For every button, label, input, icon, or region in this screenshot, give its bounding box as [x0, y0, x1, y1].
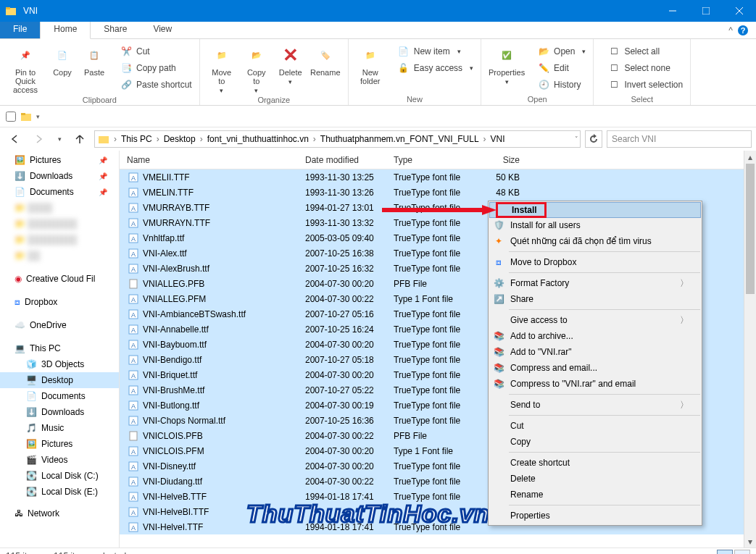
- select-none-button[interactable]: ☐Select none: [601, 60, 683, 75]
- view-large-button[interactable]: [734, 550, 750, 554]
- column-headers[interactable]: Name Date modified Type Size: [120, 151, 756, 169]
- file-date: 2004-07-30 00:19: [305, 400, 394, 411]
- ctx-properties[interactable]: Properties: [489, 508, 702, 524]
- col-date[interactable]: Date modified: [305, 155, 394, 165]
- font-file-icon: A: [127, 369, 140, 381]
- col-type[interactable]: Type: [394, 155, 479, 165]
- paste-button[interactable]: 📋Paste: [78, 42, 110, 78]
- delete-button[interactable]: ✕Delete▾: [274, 42, 307, 87]
- nav-documents2[interactable]: 📄 Documents: [0, 388, 119, 404]
- nav-dropbox[interactable]: ⧈ Dropbox: [0, 294, 119, 310]
- scroll-down-icon[interactable]: ▾: [744, 535, 756, 547]
- pin-quickaccess-button[interactable]: 📌Pin to Quick access: [4, 42, 46, 96]
- nav-blur2[interactable]: 📁 ████████: [0, 216, 119, 232]
- nav-videos[interactable]: 🎬 Videos: [0, 452, 119, 468]
- ctx-send-to[interactable]: Send to〉: [489, 397, 702, 413]
- scroll-thumb[interactable]: [746, 164, 755, 294]
- nav-this-pc[interactable]: 💻 This PC: [0, 340, 119, 356]
- file-tab[interactable]: File: [0, 22, 40, 38]
- move-to-button[interactable]: 📁Move to▾: [204, 42, 239, 96]
- nav-forward-button[interactable]: [29, 130, 49, 148]
- copy-button[interactable]: 📄Copy: [46, 42, 78, 78]
- col-name[interactable]: Name: [127, 155, 305, 165]
- nav-network[interactable]: 🖧 Network: [0, 505, 119, 521]
- col-size[interactable]: Size: [479, 155, 530, 165]
- edit-button[interactable]: ✏️Edit: [531, 60, 586, 75]
- cut-button[interactable]: ✂️Cut: [113, 43, 192, 59]
- font-file-icon: A: [127, 506, 140, 518]
- nav-downloads[interactable]: ⬇️ Downloads📌: [0, 168, 119, 184]
- font-file-icon: A: [127, 187, 140, 198]
- properties-button[interactable]: ✅Properties▾: [486, 42, 528, 87]
- new-folder-button[interactable]: 📁New folder: [353, 42, 388, 87]
- svg-text:A: A: [131, 357, 136, 364]
- ctx-compress-email[interactable]: 📚Compress and email...: [489, 360, 702, 376]
- collapse-ribbon-icon[interactable]: ^: [728, 25, 733, 35]
- history-button[interactable]: 🕘History: [531, 77, 586, 92]
- share-tab[interactable]: Share: [91, 22, 140, 38]
- file-date: 2007-10-25 16:24: [305, 324, 394, 335]
- open-button[interactable]: 📂Open▾: [531, 43, 586, 59]
- scroll-up-icon[interactable]: ▴: [744, 151, 756, 163]
- invert-selection-button[interactable]: ☐Invert selection: [601, 77, 683, 92]
- nav-recent-button[interactable]: ▾: [54, 130, 65, 148]
- refresh-button[interactable]: [585, 130, 602, 148]
- nav-local-disk-e[interactable]: 💽 Local Disk (E:): [0, 484, 119, 500]
- copy-to-button[interactable]: 📂Copy to▾: [239, 42, 274, 96]
- file-date: 1993-11-30 13:25: [305, 172, 394, 182]
- ctx-move-dropbox[interactable]: ⧈Move to Dropbox: [489, 254, 702, 270]
- font-file-icon: A: [127, 309, 140, 320]
- view-tab[interactable]: View: [140, 22, 185, 38]
- nav-up-button[interactable]: [70, 130, 90, 148]
- paste-shortcut-button[interactable]: 🔗Paste shortcut: [113, 77, 192, 92]
- svg-rect-3: [702, 7, 710, 14]
- nav-pictures2[interactable]: 🖼️ Pictures: [0, 436, 119, 452]
- view-details-button[interactable]: [717, 550, 733, 554]
- nav-onedrive[interactable]: ☁️ OneDrive: [0, 317, 119, 333]
- nav-blur4[interactable]: 📁 ██: [0, 248, 119, 264]
- file-row[interactable]: AVMELIN.TTF1993-11-30 13:26TrueType font…: [120, 185, 756, 200]
- address-bar[interactable]: › This PC› Desktop› font_vni_thuthuattin…: [94, 130, 581, 148]
- easy-access-button[interactable]: 🔓Easy access▾: [391, 60, 473, 75]
- ctx-create-shortcut[interactable]: Create shortcut: [489, 455, 702, 471]
- rename-button[interactable]: 🏷️Rename: [307, 42, 344, 78]
- nav-blur3[interactable]: 📁 ████████: [0, 232, 119, 248]
- search-box[interactable]: Search VNI: [607, 130, 752, 148]
- ctx-copy[interactable]: Copy: [489, 434, 702, 450]
- nav-3d-objects[interactable]: 🧊 3D Objects: [0, 356, 119, 372]
- nav-documents[interactable]: 📄 Documents📌: [0, 184, 119, 200]
- nav-back-button[interactable]: [4, 130, 25, 148]
- nav-blur1[interactable]: 📁 ████: [0, 200, 119, 216]
- ctx-scan-virus[interactable]: ✦Quét những cái đã chọn để tìm virus: [489, 233, 702, 249]
- ctx-compress-vni-email[interactable]: 📚Compress to "VNI.rar" and email: [489, 376, 702, 392]
- nav-pictures[interactable]: 🖼️ Pictures📌: [0, 152, 119, 168]
- file-row[interactable]: AVMELII.TTF1993-11-30 13:25TrueType font…: [120, 169, 756, 185]
- ctx-share[interactable]: ↗️Share: [489, 291, 702, 307]
- maximize-button[interactable]: [689, 0, 723, 22]
- nav-downloads2[interactable]: ⬇️ Downloads: [0, 404, 119, 420]
- ctx-install-all-users[interactable]: 🛡️Install for all users: [489, 217, 702, 233]
- ctx-format-factory[interactable]: ⚙️Format Factory〉: [489, 275, 702, 291]
- vertical-scrollbar[interactable]: ▴ ▾: [744, 151, 756, 547]
- ctx-give-access[interactable]: Give access to〉: [489, 312, 702, 328]
- close-button[interactable]: [723, 0, 756, 22]
- qat-checkbox[interactable]: [6, 112, 16, 122]
- copy-path-button[interactable]: 📑Copy path: [113, 60, 192, 75]
- ctx-add-vni-rar[interactable]: 📚Add to "VNI.rar": [489, 344, 702, 360]
- nav-music[interactable]: 🎵 Music: [0, 420, 119, 436]
- file-name: VNICLOIS.PFB: [143, 431, 305, 441]
- minimize-button[interactable]: [656, 0, 689, 22]
- select-all-button[interactable]: ☐Select all: [601, 43, 683, 59]
- ctx-cut[interactable]: Cut: [489, 418, 702, 434]
- ctx-rename[interactable]: Rename: [489, 487, 702, 503]
- ctx-delete[interactable]: Delete: [489, 471, 702, 487]
- new-item-button[interactable]: 📄New item▾: [391, 43, 473, 59]
- ctx-add-archive[interactable]: 📚Add to archive...: [489, 328, 702, 344]
- nav-desktop[interactable]: 🖥️ Desktop: [0, 372, 119, 388]
- nav-creative-cloud[interactable]: ◉ Creative Cloud Fil: [0, 271, 119, 287]
- help-icon[interactable]: ?: [737, 25, 749, 36]
- home-tab[interactable]: Home: [40, 22, 91, 39]
- file-date: 1994-01-27 13:01: [305, 203, 394, 213]
- ctx-install[interactable]: Install: [489, 202, 701, 218]
- nav-local-disk-c[interactable]: 💽 Local Disk (C:): [0, 468, 119, 484]
